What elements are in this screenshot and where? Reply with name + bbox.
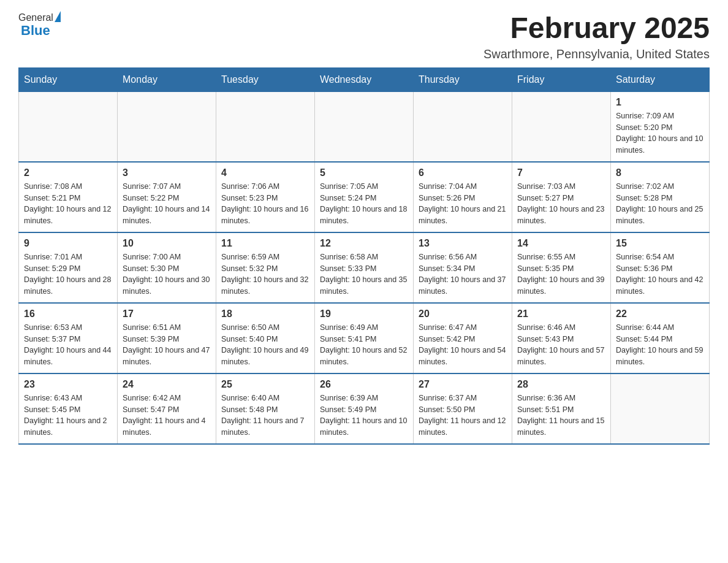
day-info: Sunrise: 7:05 AM Sunset: 5:24 PM Dayligh…: [320, 181, 408, 227]
calendar-day-cell: 25Sunrise: 6:40 AM Sunset: 5:48 PM Dayli…: [216, 373, 315, 444]
calendar-day-cell: 26Sunrise: 6:39 AM Sunset: 5:49 PM Dayli…: [315, 373, 414, 444]
day-of-week-header: Tuesday: [216, 67, 315, 91]
calendar-day-cell: [512, 91, 611, 162]
calendar-week-row: 2Sunrise: 7:08 AM Sunset: 5:21 PM Daylig…: [19, 162, 710, 232]
logo-blue-text: Blue: [21, 23, 62, 38]
day-info: Sunrise: 6:49 AM Sunset: 5:41 PM Dayligh…: [320, 322, 408, 368]
calendar-week-row: 23Sunrise: 6:43 AM Sunset: 5:45 PM Dayli…: [19, 373, 710, 444]
calendar-day-cell: 11Sunrise: 6:59 AM Sunset: 5:32 PM Dayli…: [216, 232, 315, 303]
calendar-day-cell: 21Sunrise: 6:46 AM Sunset: 5:43 PM Dayli…: [512, 303, 611, 373]
calendar-day-cell: 24Sunrise: 6:42 AM Sunset: 5:47 PM Dayli…: [118, 373, 216, 444]
calendar-day-cell: 9Sunrise: 7:01 AM Sunset: 5:29 PM Daylig…: [19, 232, 118, 303]
calendar-day-cell: [19, 91, 118, 162]
days-of-week-row: SundayMondayTuesdayWednesdayThursdayFrid…: [19, 67, 710, 91]
day-number: 15: [616, 238, 704, 249]
calendar-day-cell: 16Sunrise: 6:53 AM Sunset: 5:37 PM Dayli…: [19, 303, 118, 373]
day-info: Sunrise: 6:46 AM Sunset: 5:43 PM Dayligh…: [517, 322, 605, 368]
calendar-table: SundayMondayTuesdayWednesdayThursdayFrid…: [18, 67, 710, 445]
day-info: Sunrise: 6:43 AM Sunset: 5:45 PM Dayligh…: [24, 393, 112, 439]
day-number: 2: [24, 167, 112, 178]
calendar-day-cell: 5Sunrise: 7:05 AM Sunset: 5:24 PM Daylig…: [315, 162, 414, 232]
day-info: Sunrise: 6:36 AM Sunset: 5:51 PM Dayligh…: [517, 393, 605, 439]
day-info: Sunrise: 6:59 AM Sunset: 5:32 PM Dayligh…: [221, 251, 309, 297]
day-info: Sunrise: 6:50 AM Sunset: 5:40 PM Dayligh…: [221, 322, 309, 368]
calendar-day-cell: 7Sunrise: 7:03 AM Sunset: 5:27 PM Daylig…: [512, 162, 611, 232]
day-info: Sunrise: 6:53 AM Sunset: 5:37 PM Dayligh…: [24, 322, 112, 368]
day-of-week-header: Wednesday: [315, 67, 414, 91]
calendar-day-cell: 19Sunrise: 6:49 AM Sunset: 5:41 PM Dayli…: [315, 303, 414, 373]
day-info: Sunrise: 7:00 AM Sunset: 5:30 PM Dayligh…: [123, 251, 211, 297]
day-number: 28: [517, 379, 605, 390]
day-number: 19: [320, 308, 408, 320]
calendar-day-cell: 23Sunrise: 6:43 AM Sunset: 5:45 PM Dayli…: [19, 373, 118, 444]
calendar-day-cell: 17Sunrise: 6:51 AM Sunset: 5:39 PM Dayli…: [118, 303, 216, 373]
calendar-header: SundayMondayTuesdayWednesdayThursdayFrid…: [19, 67, 710, 91]
day-number: 7: [517, 167, 605, 178]
month-title: February 2025: [483, 12, 710, 45]
day-info: Sunrise: 7:09 AM Sunset: 5:20 PM Dayligh…: [616, 110, 704, 156]
calendar-day-cell: 8Sunrise: 7:02 AM Sunset: 5:28 PM Daylig…: [611, 162, 710, 232]
calendar-day-cell: [611, 373, 710, 444]
calendar-day-cell: 3Sunrise: 7:07 AM Sunset: 5:22 PM Daylig…: [118, 162, 216, 232]
calendar-day-cell: 22Sunrise: 6:44 AM Sunset: 5:44 PM Dayli…: [611, 303, 710, 373]
day-info: Sunrise: 6:42 AM Sunset: 5:47 PM Dayligh…: [123, 393, 211, 439]
calendar-day-cell: 27Sunrise: 6:37 AM Sunset: 5:50 PM Dayli…: [414, 373, 512, 444]
day-number: 26: [320, 379, 408, 390]
day-number: 3: [123, 167, 211, 178]
calendar-day-cell: 20Sunrise: 6:47 AM Sunset: 5:42 PM Dayli…: [414, 303, 512, 373]
day-info: Sunrise: 6:51 AM Sunset: 5:39 PM Dayligh…: [123, 322, 211, 368]
day-number: 10: [123, 238, 211, 249]
calendar-day-cell: [118, 91, 216, 162]
day-number: 5: [320, 167, 408, 178]
calendar-day-cell: 15Sunrise: 6:54 AM Sunset: 5:36 PM Dayli…: [611, 232, 710, 303]
day-info: Sunrise: 6:44 AM Sunset: 5:44 PM Dayligh…: [616, 322, 704, 368]
calendar-day-cell: 6Sunrise: 7:04 AM Sunset: 5:26 PM Daylig…: [414, 162, 512, 232]
calendar-day-cell: [216, 91, 315, 162]
day-number: 6: [419, 167, 507, 178]
calendar-day-cell: 12Sunrise: 6:58 AM Sunset: 5:33 PM Dayli…: [315, 232, 414, 303]
day-number: 14: [517, 238, 605, 249]
day-info: Sunrise: 7:02 AM Sunset: 5:28 PM Dayligh…: [616, 181, 704, 227]
day-number: 24: [123, 379, 211, 390]
calendar-day-cell: 4Sunrise: 7:06 AM Sunset: 5:23 PM Daylig…: [216, 162, 315, 232]
calendar-day-cell: [315, 91, 414, 162]
day-info: Sunrise: 7:04 AM Sunset: 5:26 PM Dayligh…: [419, 181, 507, 227]
calendar-day-cell: [414, 91, 512, 162]
day-number: 13: [419, 238, 507, 249]
day-number: 16: [24, 308, 112, 320]
day-number: 18: [221, 308, 309, 320]
day-number: 17: [123, 308, 211, 320]
day-number: 8: [616, 167, 704, 178]
calendar-day-cell: 13Sunrise: 6:56 AM Sunset: 5:34 PM Dayli…: [414, 232, 512, 303]
day-info: Sunrise: 6:40 AM Sunset: 5:48 PM Dayligh…: [221, 393, 309, 439]
day-info: Sunrise: 6:58 AM Sunset: 5:33 PM Dayligh…: [320, 251, 408, 297]
logo: General Blue: [18, 12, 62, 38]
day-of-week-header: Sunday: [19, 67, 118, 91]
day-of-week-header: Saturday: [611, 67, 710, 91]
day-number: 20: [419, 308, 507, 320]
day-number: 23: [24, 379, 112, 390]
day-number: 27: [419, 379, 507, 390]
day-info: Sunrise: 7:01 AM Sunset: 5:29 PM Dayligh…: [24, 251, 112, 297]
calendar-day-cell: 10Sunrise: 7:00 AM Sunset: 5:30 PM Dayli…: [118, 232, 216, 303]
day-number: 11: [221, 238, 309, 249]
calendar-body: 1Sunrise: 7:09 AM Sunset: 5:20 PM Daylig…: [19, 91, 710, 444]
calendar-day-cell: 14Sunrise: 6:55 AM Sunset: 5:35 PM Dayli…: [512, 232, 611, 303]
day-number: 4: [221, 167, 309, 178]
day-number: 25: [221, 379, 309, 390]
day-of-week-header: Monday: [118, 67, 216, 91]
logo-general-text: General: [18, 12, 53, 23]
calendar-day-cell: 18Sunrise: 6:50 AM Sunset: 5:40 PM Dayli…: [216, 303, 315, 373]
day-number: 9: [24, 238, 112, 249]
calendar-day-cell: 1Sunrise: 7:09 AM Sunset: 5:20 PM Daylig…: [611, 91, 710, 162]
day-info: Sunrise: 7:08 AM Sunset: 5:21 PM Dayligh…: [24, 181, 112, 227]
day-number: 22: [616, 308, 704, 320]
location-subtitle: Swarthmore, Pennsylvania, United States: [483, 47, 710, 61]
day-number: 12: [320, 238, 408, 249]
calendar-week-row: 1Sunrise: 7:09 AM Sunset: 5:20 PM Daylig…: [19, 91, 710, 162]
calendar-day-cell: 28Sunrise: 6:36 AM Sunset: 5:51 PM Dayli…: [512, 373, 611, 444]
calendar-week-row: 16Sunrise: 6:53 AM Sunset: 5:37 PM Dayli…: [19, 303, 710, 373]
day-info: Sunrise: 6:54 AM Sunset: 5:36 PM Dayligh…: [616, 251, 704, 297]
day-info: Sunrise: 7:06 AM Sunset: 5:23 PM Dayligh…: [221, 181, 309, 227]
day-info: Sunrise: 6:56 AM Sunset: 5:34 PM Dayligh…: [419, 251, 507, 297]
